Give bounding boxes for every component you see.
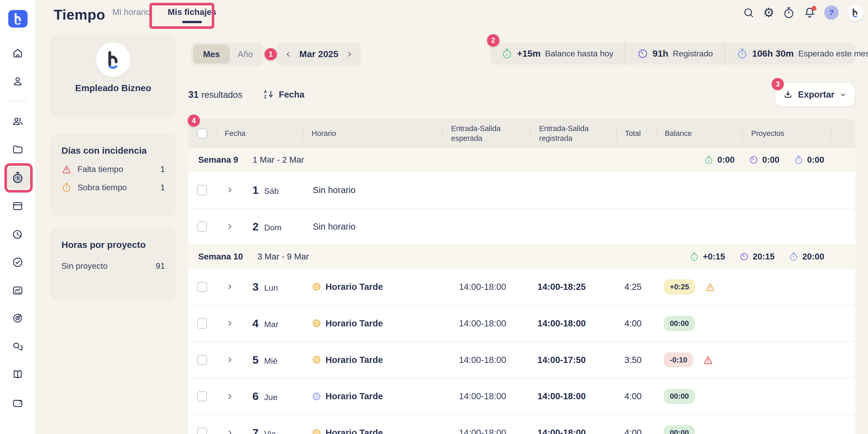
balance-badge: 00:00: [664, 316, 695, 331]
check-circle-icon: [11, 256, 24, 268]
rail-item-conversations[interactable]: [11, 340, 25, 353]
target-icon: [11, 312, 24, 324]
row-checkbox[interactable]: [197, 428, 207, 434]
balance-cell: -0:10: [656, 353, 742, 368]
expand-row-button[interactable]: [216, 320, 243, 327]
rail-item-time[interactable]: [6, 167, 30, 189]
incident-label: Sobra tiempo: [78, 183, 127, 192]
total-time: 4:00: [616, 319, 656, 329]
rail-item-objectives[interactable]: [11, 311, 25, 325]
chevron-right-icon: [226, 393, 234, 400]
rail-item-home[interactable]: [11, 46, 25, 60]
expand-row-button[interactable]: [216, 223, 243, 230]
period-option-ano[interactable]: Año: [230, 45, 261, 64]
annotation-badge-2: 2: [487, 34, 499, 46]
stat-value: 91h: [653, 48, 669, 59]
stat-label: Esperado este mes: [798, 49, 868, 59]
table-row: 3 Lun Horario Tarde 14:00-18:00 14:00-18…: [188, 269, 856, 305]
week-range: 1 Mar - 2 Mar: [253, 155, 304, 165]
rail-item-profile[interactable]: [11, 75, 25, 88]
missing-time-warning-icon: [62, 164, 72, 174]
next-month-button[interactable]: [346, 51, 353, 58]
day-number: 1: [252, 184, 258, 196]
rail-item-people[interactable]: [11, 114, 25, 128]
rail-item-wallet[interactable]: [11, 397, 25, 410]
row-checkbox[interactable]: [197, 318, 207, 329]
chevron-right-icon: [226, 186, 234, 194]
expected-stopwatch-icon: [737, 48, 748, 59]
bizneo-b-icon: [12, 12, 24, 26]
week-registered-stat: 0:00: [749, 155, 779, 165]
week-registered: 0:00: [762, 155, 779, 165]
date-cell: 6 Jue: [244, 390, 303, 403]
rail-item-calendar[interactable]: [11, 199, 25, 213]
results-number: 31: [188, 89, 199, 100]
sort-control[interactable]: A Z Fecha: [263, 89, 305, 100]
select-all-checkbox[interactable]: [197, 129, 207, 139]
expand-row-button[interactable]: [216, 186, 243, 194]
notifications-bell-icon[interactable]: [803, 6, 816, 19]
schedule-cell: Horario Tarde: [303, 355, 442, 365]
rail-item-performance[interactable]: [11, 284, 25, 297]
row-checkbox[interactable]: [197, 281, 207, 292]
week-expected: 20:00: [802, 252, 824, 262]
rail-item-approvals[interactable]: [11, 256, 25, 269]
annotation-badge-1: 1: [265, 48, 277, 60]
day-name: Vie: [264, 429, 276, 434]
expand-row-button[interactable]: [216, 429, 243, 434]
prev-month-button[interactable]: [285, 51, 292, 58]
time-tracking-icon[interactable]: [783, 7, 795, 19]
bizneo-logo[interactable]: [8, 10, 28, 28]
schedule-name: Sin horario: [313, 185, 355, 195]
sort-az-icon: A Z: [263, 89, 274, 100]
chat-bubbles-icon: [11, 340, 24, 353]
employee-name: Empleado Bizneo: [75, 83, 151, 94]
folder-icon: [11, 143, 24, 156]
sort-label: Fecha: [279, 90, 305, 100]
export-button[interactable]: Exportar: [775, 82, 856, 107]
export-label: Exportar: [798, 90, 834, 100]
table-row: 4 Mar Horario Tarde 14:00-18:00 14:00-18…: [188, 305, 856, 342]
app-window: Tiempo Mi horario Mis fichajes ⚙ ?: [0, 0, 868, 434]
table-body: Semana 9 1 Mar - 2 Mar 0:00 0:00 0:00 1 …: [188, 148, 856, 434]
icon-rail: [0, 0, 36, 434]
search-icon[interactable]: [743, 7, 755, 19]
day-name: Jue: [264, 393, 277, 402]
rail-divider: [8, 101, 28, 101]
profile-avatar: [96, 42, 130, 77]
column-header-fecha: Fecha: [216, 125, 303, 142]
column-header-total: Total: [616, 125, 656, 142]
total-time: 4:00: [616, 391, 656, 401]
row-checkbox[interactable]: [197, 185, 207, 195]
rail-item-absences[interactable]: [11, 228, 25, 241]
rail-item-folders[interactable]: [11, 143, 25, 156]
week-balance: +0:15: [703, 252, 725, 262]
list-item: Falta tiempo 1: [62, 164, 165, 174]
schedule-name: Horario Tarde: [326, 355, 383, 365]
week-label: Semana 10: [198, 252, 243, 262]
expand-row-button[interactable]: [216, 356, 243, 364]
schedule-cell: Horario Tarde: [303, 319, 442, 329]
stat-expected: 106h 30m Esperado este mes: [724, 42, 868, 65]
stat-balance: +15m Balance hasta hoy: [490, 42, 625, 65]
annotation-badge-4: 4: [188, 114, 200, 127]
results-label: resultados: [202, 90, 242, 100]
tab-mis-fichajes[interactable]: Mis fichajes: [168, 7, 216, 23]
schedule-dot: [313, 283, 320, 291]
row-checkbox[interactable]: [197, 355, 207, 365]
user-avatar[interactable]: [847, 4, 863, 21]
row-checkbox[interactable]: [197, 391, 207, 402]
expand-row-button[interactable]: [216, 393, 243, 400]
balance-badge: 00:00: [664, 425, 695, 434]
row-checkbox[interactable]: [197, 221, 207, 232]
topbar-actions: ⚙ ?: [743, 4, 864, 21]
period-option-mes[interactable]: Mes: [193, 45, 230, 64]
rail-item-knowledge[interactable]: [11, 368, 25, 381]
calendar-icon: [11, 200, 24, 212]
balance-badge: +0:25: [664, 279, 695, 295]
help-icon[interactable]: ?: [824, 5, 839, 20]
tab-mi-horario[interactable]: Mi horario: [112, 7, 150, 23]
expand-row-button[interactable]: [216, 283, 243, 291]
settings-gear-icon[interactable]: ⚙: [763, 6, 774, 20]
month-navigator: Mar 2025: [277, 42, 361, 66]
